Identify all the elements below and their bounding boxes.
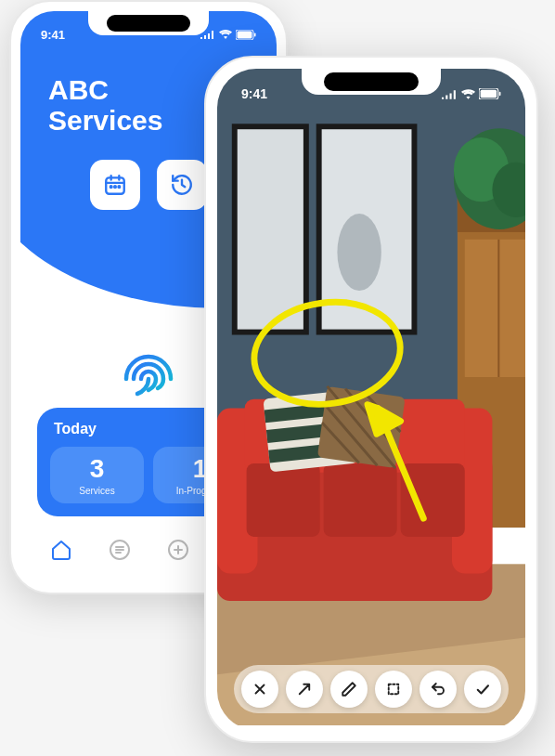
phone-notch [88, 11, 209, 35]
header-buttons [90, 160, 207, 210]
services-count: 3 [58, 456, 136, 482]
status-time: 9:41 [41, 28, 65, 42]
wifi-icon [461, 89, 475, 99]
undo-button[interactable] [419, 671, 457, 708]
nav-home[interactable] [45, 533, 78, 567]
nav-list[interactable] [103, 533, 136, 567]
history-button[interactable] [157, 160, 207, 210]
status-indicators [442, 88, 501, 99]
today-card-services[interactable]: 3 Services [50, 447, 144, 503]
history-icon [170, 173, 194, 197]
pencil-icon [341, 681, 357, 697]
arrow-icon [296, 681, 313, 697]
annotation-toolbar [234, 665, 509, 713]
nav-add[interactable] [161, 533, 195, 567]
svg-rect-39 [499, 92, 501, 96]
svg-rect-38 [481, 90, 497, 98]
battery-icon [236, 30, 256, 40]
app-title: ABC Services [48, 74, 162, 136]
svg-rect-29 [247, 463, 320, 537]
svg-rect-30 [324, 463, 397, 537]
room-photo [217, 69, 525, 725]
undo-icon [430, 681, 446, 697]
crop-tool-button[interactable] [375, 671, 412, 708]
status-time: 9:41 [241, 86, 267, 101]
svg-point-5 [114, 186, 116, 188]
svg-rect-1 [238, 31, 252, 38]
crop-icon [385, 681, 402, 697]
svg-rect-31 [401, 463, 465, 537]
add-icon [167, 539, 189, 561]
svg-point-4 [110, 186, 112, 188]
svg-rect-20 [465, 240, 525, 377]
phone-notch [302, 69, 441, 95]
phone2-screen: 9:41 Issue Here [217, 69, 525, 730]
phone-annotation-screen: 9:41 Issue Here [204, 56, 538, 743]
svg-point-6 [118, 186, 120, 188]
svg-rect-14 [238, 129, 303, 329]
pencil-tool-button[interactable] [330, 671, 368, 708]
app-title-line2: Services [48, 105, 162, 136]
cellular-icon [442, 89, 458, 99]
confirm-button[interactable] [464, 671, 501, 708]
arrow-tool-button[interactable] [286, 671, 323, 708]
close-icon [252, 681, 268, 697]
fingerprint-logo [115, 345, 182, 416]
wifi-icon [219, 30, 232, 39]
svg-rect-41 [389, 684, 399, 695]
calendar-button[interactable] [90, 160, 140, 210]
svg-rect-2 [254, 33, 256, 36]
close-button[interactable] [241, 671, 278, 708]
check-icon [474, 681, 491, 697]
svg-point-17 [337, 214, 381, 291]
status-indicators [200, 30, 256, 40]
home-icon [50, 539, 72, 561]
app-title-line1: ABC [48, 74, 162, 105]
battery-icon [479, 88, 501, 99]
services-label: Services [58, 486, 136, 496]
calendar-icon [103, 173, 127, 197]
list-icon [109, 539, 131, 561]
